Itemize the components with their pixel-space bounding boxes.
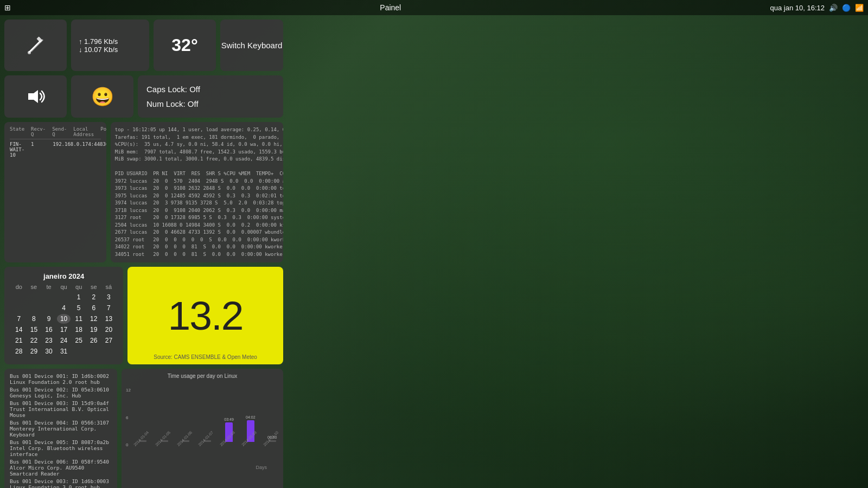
topbar-title: Painel xyxy=(380,3,401,12)
network-widget: ↑ 1.796 Kb/s ↓ 10.07 Kb/s xyxy=(71,20,149,71)
day-name-se1: se xyxy=(27,284,41,290)
top-terminal-widget: top - 16:12:05 up 144, 1 user, load aver… xyxy=(111,122,283,262)
row-1: ↑ 1.796 Kb/s ↓ 10.07 Kb/s 32° Switch Key… xyxy=(4,20,283,71)
cal-day: 2 xyxy=(87,292,101,302)
cal-day: 24 xyxy=(57,336,71,345)
eyedropper-widget[interactable] xyxy=(4,20,67,71)
chart-y-zero: 0 xyxy=(126,442,131,447)
temperature-widget: 32° xyxy=(154,20,216,71)
usb-line-7: Bus 001 Device 003: ID 1d6b:0003 Linux F… xyxy=(10,478,112,488)
cal-day xyxy=(57,292,71,302)
wifi-icon: 📶 xyxy=(855,4,864,12)
cal-day xyxy=(87,346,101,356)
bluetooth-icon: 🔵 xyxy=(842,4,851,12)
netconn-col-state: State xyxy=(10,126,24,137)
netconn-col-sendq: Send-Q xyxy=(52,126,67,137)
cal-day: 28 xyxy=(12,346,26,356)
weather-value: 13.2 xyxy=(168,292,243,339)
calendar-header: janeiro 2024 xyxy=(12,272,116,280)
cal-day: 17 xyxy=(57,325,71,335)
caps-lock-status: Caps Lock: Off xyxy=(146,82,200,97)
cal-day: 1 xyxy=(72,292,86,302)
cal-day: 9 xyxy=(42,314,56,324)
cal-day xyxy=(27,292,41,302)
cal-day xyxy=(12,292,26,302)
cal-day: 30 xyxy=(42,346,56,356)
day-name-qu2: qu xyxy=(72,284,86,290)
locks-widget: Caps Lock: Off Num Lock: Off xyxy=(138,75,283,118)
terminal-output: top - 16:12:05 up 144, 1 user, load aver… xyxy=(115,126,279,258)
usb-devices-widget: Bus 001 Device 001: ID 1d6b:0002 Linux F… xyxy=(4,369,117,488)
sound-icon xyxy=(25,86,47,107)
calendar-widget: janeiro 2024 do se te qu qu se sá 1 2 3 xyxy=(4,267,123,364)
cal-day: 3 xyxy=(102,292,116,302)
num-lock-status: Num Lock: Off xyxy=(146,97,199,111)
calendar-grid: do se te qu qu se sá 1 2 3 4 5 xyxy=(12,284,116,356)
cal-day: 6 xyxy=(87,303,101,313)
cal-day: 31 xyxy=(57,346,71,356)
usb-line-3: Bus 001 Device 003: ID 15d9:0a4f Trust I… xyxy=(10,400,112,418)
usb-line-5: Bus 001 Device 005: ID 8087:0a2b Intel C… xyxy=(10,439,112,457)
topbar: ⊞ Painel qua jan 10, 16:12 🔊 🔵 📶 xyxy=(0,0,868,15)
usb-line-1: Bus 001 Device 001: ID 1d6b:0002 Linux F… xyxy=(10,373,112,385)
cal-day: 18 xyxy=(72,325,86,335)
volume-icon: 🔊 xyxy=(829,4,838,12)
row-4: janeiro 2024 do se te qu qu se sá 1 2 3 xyxy=(4,267,283,364)
keyboard-widget[interactable]: Switch Keyboard xyxy=(220,20,283,71)
cal-day: 12 xyxy=(87,314,101,324)
usb-line-2: Bus 001 Device 002: ID 05e3:0610 Genesys… xyxy=(10,387,112,399)
netconn-row: FIN-WAIT-10 1 192.168.0.174:44836 59.243… xyxy=(10,142,101,158)
netconn-col-recvq: Recv-Q xyxy=(31,126,46,137)
cal-day: 15 xyxy=(27,325,41,335)
weather-source: Source: CAMS ENSEMBLE & Open Meteo xyxy=(154,354,257,360)
usb-line-6: Bus 001 Device 006: ID 058f:9540 Alcor M… xyxy=(10,459,112,477)
eyedropper-icon xyxy=(25,35,47,56)
cal-day: 8 xyxy=(27,314,41,324)
netconn-col-local: Local Address xyxy=(73,126,94,137)
cal-day xyxy=(72,346,86,356)
cal-day xyxy=(12,303,26,313)
panel: ↑ 1.796 Kb/s ↓ 10.07 Kb/s 32° Switch Key… xyxy=(0,15,288,488)
chart-y-mid: 6 xyxy=(126,415,131,420)
cal-day xyxy=(27,303,41,313)
emoji-widget: 😀 xyxy=(71,75,133,118)
cal-day xyxy=(42,292,56,302)
cal-day: 11 xyxy=(72,314,86,324)
netconn-col-port1: Port xyxy=(100,126,106,137)
cal-day: 29 xyxy=(27,346,41,356)
day-name-te: te xyxy=(42,284,56,290)
emoji-icon: 😀 xyxy=(91,86,114,107)
cal-day: 27 xyxy=(102,336,116,345)
temperature-value: 32° xyxy=(171,35,197,55)
cal-day: 19 xyxy=(87,325,101,335)
cal-day: 20 xyxy=(102,325,116,335)
cal-day: 14 xyxy=(12,325,26,335)
chart-widget: Time usage per day on Linux 12 6 0 xyxy=(122,369,283,488)
bar-value: 04:02 xyxy=(246,415,256,419)
cal-day xyxy=(42,303,56,313)
cal-day: 25 xyxy=(72,336,86,345)
cal-day: 13 xyxy=(102,314,116,324)
bar-value: 03:49 xyxy=(224,418,234,421)
download-stat: ↓ 10.07 Kb/s xyxy=(79,46,142,54)
sound-widget[interactable] xyxy=(4,75,67,118)
cal-day: 21 xyxy=(12,336,26,345)
cal-day: 23 xyxy=(42,336,56,345)
row-5: Bus 001 Device 001: ID 1d6b:0002 Linux F… xyxy=(4,369,283,488)
svg-point-2 xyxy=(28,51,31,54)
weather-widget: 13.2 Source: CAMS ENSEMBLE & Open Meteo xyxy=(127,267,283,364)
cal-day: 7 xyxy=(102,303,116,313)
day-name-se2: se xyxy=(87,284,101,290)
datetime: qua jan 10, 16:12 xyxy=(770,4,825,12)
chart-x-labels: 2014-01-04 2014-01-05 2014-01-06 2014-01… xyxy=(133,444,283,460)
topbar-left: ⊞ xyxy=(4,3,11,12)
chart-y-max: 12 xyxy=(126,388,131,393)
cal-day: 22 xyxy=(27,336,41,345)
cal-day xyxy=(102,346,116,356)
day-name-sa: sá xyxy=(102,284,116,290)
network-connections-widget: State Recv-Q Send-Q Local Address Port P… xyxy=(4,122,106,262)
menu-icon[interactable]: ⊞ xyxy=(4,3,11,12)
cal-day: 4 xyxy=(57,303,71,313)
upload-stat: ↑ 1.796 Kb/s xyxy=(79,37,142,46)
chart-title: Time usage per day on Linux xyxy=(126,373,279,379)
